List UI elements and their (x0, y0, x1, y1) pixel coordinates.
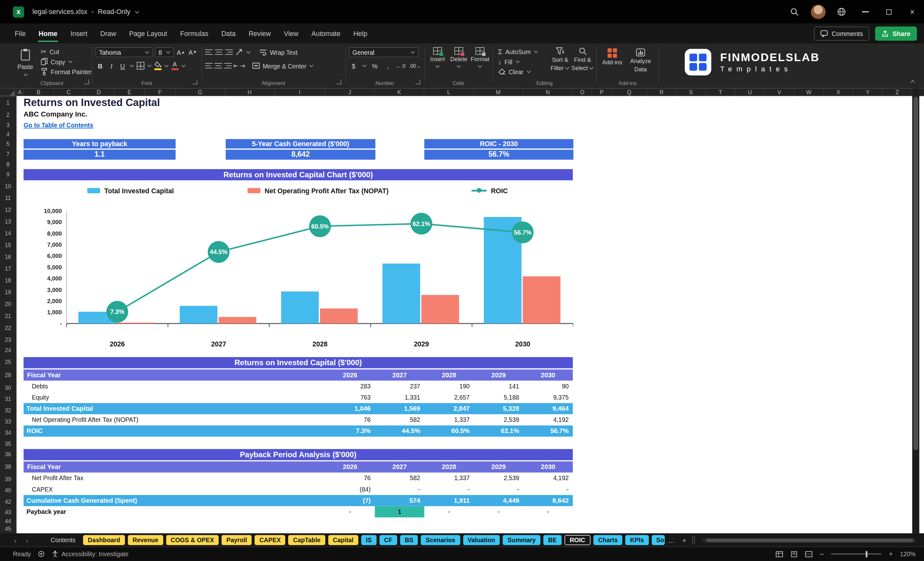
value-cell[interactable]: 2,657 (424, 392, 474, 403)
value-cell[interactable]: 4,192 (524, 414, 573, 425)
column-header-V[interactable]: V (765, 88, 794, 96)
menu-tab-insert[interactable]: Insert (64, 24, 94, 44)
row-header-45[interactable]: 45 (0, 525, 16, 532)
value-cell[interactable]: 62.1% (474, 425, 523, 436)
menu-tab-formulas[interactable]: Formulas (174, 24, 214, 44)
normal-view-button[interactable] (775, 551, 783, 557)
decrease-decimal-button[interactable]: .00→ (409, 61, 421, 70)
wrap-text-button[interactable]: Wrap Text (258, 47, 299, 57)
align-right-icon[interactable] (224, 62, 231, 69)
value-cell[interactable]: 1,911 (424, 495, 474, 506)
analyze-data-button[interactable]: Analyze Data (627, 48, 654, 73)
insert-cells-button[interactable]: Insert (428, 47, 447, 69)
row-header-39[interactable]: 39 (0, 476, 16, 482)
row-header-40[interactable]: 40 (0, 487, 16, 494)
merge-center-button[interactable]: Merge & Center (250, 61, 316, 70)
value-cell[interactable]: 9,464 (524, 403, 573, 414)
column-header-P[interactable]: P (592, 88, 612, 96)
addins-button[interactable]: Add-ins (600, 48, 625, 66)
menu-tab-data[interactable]: Data (215, 24, 242, 44)
fill-color-button[interactable] (153, 61, 162, 70)
value-cell[interactable]: 2,539 (474, 414, 523, 425)
value-cell[interactable]: 574 (375, 495, 424, 506)
column-header-N[interactable]: N (524, 88, 573, 96)
align-top-icon[interactable] (205, 49, 213, 56)
row-header-13[interactable]: 13 (0, 218, 16, 225)
clipboard-dialog-launcher[interactable] (84, 80, 89, 84)
column-header-R[interactable]: R (647, 88, 676, 96)
align-middle-icon[interactable] (215, 49, 223, 56)
vertical-scrollbar-thumb[interactable] (914, 97, 918, 450)
row-header-30[interactable]: 30 (0, 385, 16, 391)
number-dialog-launcher[interactable] (416, 80, 420, 84)
zoom-slider[interactable] (831, 553, 882, 555)
row-header-36[interactable]: 36 (0, 451, 16, 458)
value-cell[interactable]: 7.3% (326, 425, 375, 436)
row-header-20[interactable]: 20 (0, 301, 16, 307)
zoom-in-button[interactable]: + (889, 550, 893, 558)
delete-cells-button[interactable]: Delete (449, 47, 468, 69)
value-cell[interactable]: 5,328 (474, 403, 523, 414)
column-header-M[interactable]: M (474, 88, 523, 96)
menu-tab-view[interactable]: View (278, 24, 305, 44)
column-header-K[interactable]: K (375, 88, 424, 96)
row-header-19[interactable]: 19 (0, 289, 16, 296)
column-header-L[interactable]: L (424, 88, 474, 96)
sheet-tab-is[interactable]: IS (361, 535, 376, 545)
font-size-select[interactable]: 8 (155, 47, 174, 57)
font-color-button[interactable]: A (170, 61, 179, 70)
network-button[interactable] (830, 0, 854, 24)
zoom-level[interactable]: 120% (900, 550, 916, 558)
zoom-slider-thumb[interactable] (866, 551, 868, 557)
page-layout-view-button[interactable] (790, 551, 798, 557)
value-cell[interactable]: - (424, 506, 474, 518)
menu-tab-automate[interactable]: Automate (305, 24, 347, 44)
align-center-icon[interactable] (214, 62, 222, 69)
find-select-button[interactable]: Find & Select (572, 47, 593, 71)
sheet-tab-charts[interactable]: Charts (594, 535, 622, 545)
borders-button[interactable] (136, 61, 145, 70)
value-cell[interactable]: 9,375 (524, 392, 573, 403)
menu-tab-page-layout[interactable]: Page Layout (123, 24, 174, 44)
row-header-9[interactable]: 9 (0, 171, 16, 178)
value-cell[interactable]: 283 (326, 381, 375, 392)
row-header-4[interactable]: 4 (0, 131, 16, 138)
value-cell[interactable]: 2,539 (474, 472, 523, 484)
row-header-8[interactable]: 8 (0, 161, 16, 168)
collapse-ribbon-icon[interactable] (910, 79, 915, 84)
sheet-tab-payroll[interactable]: Payroll (222, 535, 252, 545)
increase-indent-icon[interactable]: ⇥ (240, 63, 245, 69)
sheet-tab-so[interactable]: So (651, 535, 664, 545)
column-header-I[interactable]: I (274, 88, 325, 96)
copy-button[interactable]: Copy (39, 57, 93, 66)
percent-style-button[interactable]: % (370, 61, 380, 70)
decrease-indent-icon[interactable]: ⇤ (233, 63, 238, 69)
row-header-43[interactable]: 43 (0, 509, 16, 515)
value-cell[interactable]: 1 (375, 506, 424, 518)
row-header-24[interactable]: 24 (0, 347, 16, 353)
value-cell[interactable]: 582 (375, 472, 424, 484)
sheet-tab-revenue[interactable]: Revenue (128, 535, 163, 545)
page-break-view-button[interactable] (805, 551, 812, 557)
column-header-Y[interactable]: Y (854, 88, 883, 96)
column-header-W[interactable]: W (794, 88, 824, 96)
search-button[interactable] (783, 0, 806, 24)
menu-tab-help[interactable]: Help (347, 24, 374, 44)
value-cell[interactable]: 44.5% (375, 425, 424, 436)
column-header-J[interactable]: J (326, 88, 375, 96)
sheet-tab-captable[interactable]: CapTable (288, 535, 326, 545)
value-cell[interactable]: 190 (424, 381, 474, 392)
sheet-tab-capex[interactable]: CAPEX (255, 535, 286, 545)
value-cell[interactable]: 76 (326, 414, 375, 425)
column-header-C[interactable]: C (54, 88, 84, 96)
next-sheet-arrow[interactable]: › (21, 537, 33, 543)
value-cell[interactable]: - (474, 506, 523, 518)
read-only-badge[interactable]: Read-Only (98, 8, 130, 15)
sheet-tab-kpis[interactable]: KPIs (626, 535, 649, 545)
sheet-tab-bs[interactable]: BS (400, 535, 418, 545)
close-button[interactable]: × (900, 0, 924, 24)
row-header-33[interactable]: 33 (0, 418, 16, 424)
row-header-23[interactable]: 23 (0, 336, 16, 343)
sheet-tab-capital[interactable]: Capital (328, 535, 358, 545)
clear-button[interactable]: Clear (496, 66, 540, 76)
